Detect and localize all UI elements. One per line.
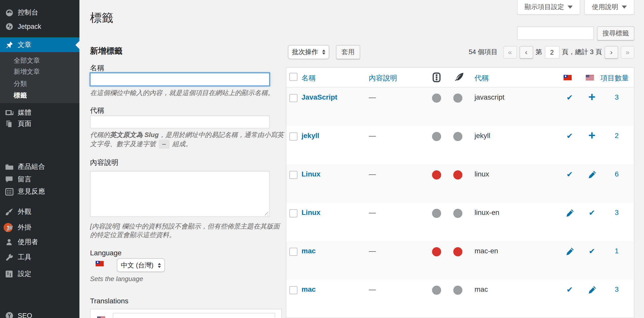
slug-help: 代稱的英文原文為 Slug，是用於網址中的易記名稱，通常由小寫英文字母、數字及連…: [90, 131, 285, 149]
status-dot: [453, 132, 462, 141]
tags-list-panel: 批次操作 套用 54 個項目 « ‹ 第 頁，總計 3 頁 › »: [286, 0, 634, 318]
feedback-icon: [5, 187, 14, 196]
select-all-checkbox[interactable]: [289, 73, 297, 81]
sidebar-item-seo[interactable]: SEO: [0, 310, 79, 318]
items-total: 54 個項目: [469, 48, 498, 57]
media-icon: [5, 108, 14, 117]
sidebar-item-users[interactable]: 使用者: [0, 237, 79, 248]
description-textarea[interactable]: [90, 171, 270, 217]
tag-description: —: [369, 131, 376, 140]
pages-icon: [5, 119, 14, 128]
sidebar-item-settings[interactable]: 設定: [0, 268, 79, 280]
seo-icon: [5, 311, 14, 318]
status-dot: [453, 94, 462, 103]
tw-translation-icon[interactable]: ✔: [565, 93, 575, 103]
tag-count-link[interactable]: 1: [600, 247, 633, 255]
apply-button[interactable]: 套用: [336, 45, 360, 59]
tag-name-link[interactable]: jekyll: [302, 131, 319, 140]
portfolio-icon: [5, 162, 14, 171]
status-dot: [432, 209, 441, 218]
admin-sidebar: 控制台 Jetpack 文章 全部文章 新增文章 分類 標籤 媒體 頁面 產品組…: [0, 0, 79, 318]
row-checkbox[interactable]: [289, 248, 297, 256]
slug-input[interactable]: [90, 115, 270, 128]
column-header-name[interactable]: 名稱: [302, 74, 316, 83]
language-select[interactable]: 中文 (台灣): [117, 258, 165, 272]
select-arrows-icon: [158, 263, 161, 268]
table-toolbar: 批次操作 套用 54 個項目 « ‹ 第 頁，總計 3 頁 › »: [286, 45, 634, 59]
sidebar-item-all-posts[interactable]: 全部文章: [0, 56, 79, 66]
row-checkbox[interactable]: [289, 94, 297, 102]
us-translation-icon[interactable]: +: [587, 93, 597, 103]
us-translation-icon[interactable]: [587, 285, 597, 295]
us-translation-icon[interactable]: ✔: [587, 246, 597, 256]
us-translation-icon[interactable]: ✔: [587, 208, 597, 218]
dashboard-icon: [5, 8, 14, 17]
main-content: 顯示項目設定 使用說明 標籤 搜尋標籤 新增標籤 名稱 在這個欄位中輸入的內容，…: [79, 0, 644, 318]
page-suffix: 頁，總計 3 頁: [562, 48, 602, 57]
tw-translation-icon[interactable]: [565, 208, 575, 218]
column-header-count[interactable]: 項目數量: [600, 74, 629, 83]
tag-slug: jekyll: [475, 131, 490, 140]
tag-name-link[interactable]: Linux: [302, 208, 320, 216]
bulk-actions-select[interactable]: 批次操作: [288, 45, 329, 59]
us-translation-icon[interactable]: +: [587, 131, 597, 141]
translations-label: Translations: [90, 297, 128, 305]
table-row: mac — mac ✔ 3: [286, 280, 634, 318]
row-checkbox[interactable]: [289, 286, 297, 294]
sidebar-item-appearance[interactable]: 外觀: [0, 206, 79, 217]
sidebar-item-tags[interactable]: 標籤: [0, 90, 79, 101]
page-prefix: 第: [535, 48, 542, 57]
tags-table: 名稱 內容說明 代稱 項目數量 JavaScript — javasc: [286, 67, 634, 318]
sidebar-item-dashboard[interactable]: 控制台: [0, 7, 79, 18]
sidebar-item-portfolio[interactable]: 產品組合: [0, 161, 79, 172]
us-translation-icon[interactable]: [587, 169, 597, 179]
bulk-actions-label: 批次操作: [292, 48, 318, 57]
sidebar-item-jetpack[interactable]: Jetpack: [0, 21, 79, 32]
sidebar-item-comments[interactable]: 留言: [0, 174, 79, 185]
tw-translation-icon[interactable]: ✔: [565, 285, 575, 295]
sidebar-item-new-post[interactable]: 新增文章: [0, 67, 79, 77]
current-page-input[interactable]: [545, 46, 559, 58]
tag-name-link[interactable]: mac: [302, 247, 316, 255]
tw-translation-icon[interactable]: ✔: [565, 169, 575, 179]
traffic-light-icon: [433, 72, 441, 84]
sidebar-item-plugins[interactable]: 外掛 1: [0, 222, 79, 233]
status-dot: [453, 170, 462, 179]
name-input[interactable]: [90, 73, 270, 86]
tw-translation-icon[interactable]: [565, 246, 575, 256]
column-header-description[interactable]: 內容說明: [369, 74, 397, 83]
tag-name-link[interactable]: JavaScript: [302, 93, 337, 101]
sidebar-item-pages[interactable]: 頁面: [0, 118, 79, 129]
tag-count-link[interactable]: 3: [600, 208, 633, 216]
row-checkbox[interactable]: [289, 171, 297, 179]
tag-name-link[interactable]: mac: [302, 285, 316, 293]
form-heading: 新增標籤: [90, 46, 122, 57]
tools-icon: [5, 253, 14, 262]
tag-count-link[interactable]: 2: [600, 131, 633, 140]
settings-icon: [5, 269, 14, 279]
prev-page-button[interactable]: ‹: [519, 46, 533, 58]
name-help: 在這個欄位中輸入的內容，就是這個項目在網站上的顯示名稱。: [90, 89, 285, 97]
taiwan-flag-icon: [564, 75, 572, 80]
tag-count-link[interactable]: 3: [600, 285, 633, 293]
tag-description: —: [369, 208, 376, 216]
sidebar-item-media[interactable]: 媒體: [0, 107, 79, 118]
status-dot: [453, 247, 462, 256]
status-dot: [432, 94, 441, 103]
sidebar-item-posts[interactable]: 文章: [0, 37, 79, 52]
tw-translation-icon[interactable]: ✔: [565, 131, 575, 141]
tag-count-link[interactable]: 6: [600, 170, 633, 178]
feather-icon: [454, 72, 464, 84]
taiwan-flag-icon: [96, 261, 104, 266]
tag-count-link[interactable]: 3: [600, 93, 633, 101]
plugins-icon: [5, 223, 14, 232]
row-checkbox[interactable]: [289, 132, 297, 141]
sidebar-item-categories[interactable]: 分類: [0, 79, 79, 89]
sidebar-item-feedback[interactable]: 意見反應: [0, 186, 79, 197]
next-page-button[interactable]: ›: [605, 46, 618, 58]
column-header-slug[interactable]: 代稱: [475, 74, 489, 83]
sidebar-item-tools[interactable]: 工具: [0, 252, 79, 263]
tag-name-link[interactable]: Linux: [302, 170, 320, 178]
row-checkbox[interactable]: [289, 209, 297, 217]
translation-en-input[interactable]: [113, 313, 275, 318]
